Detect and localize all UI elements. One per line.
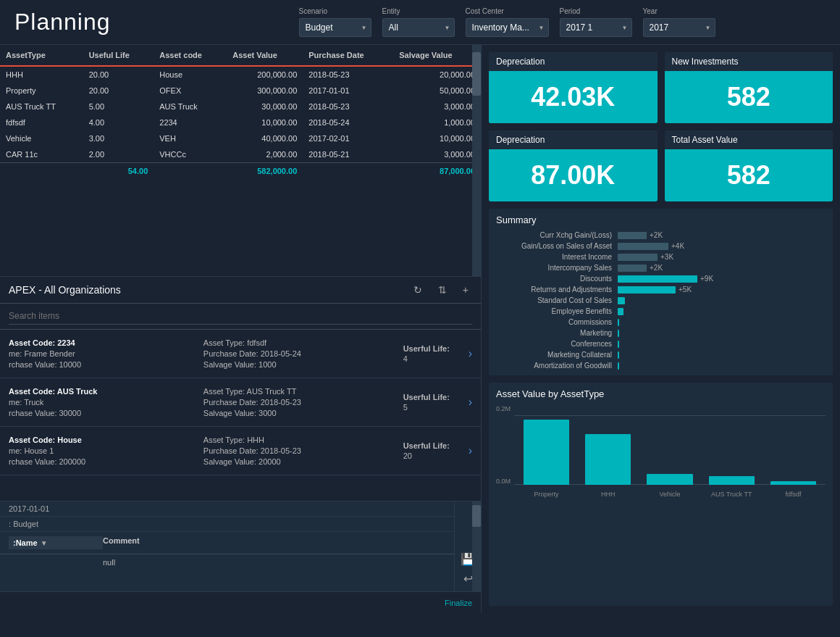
summary-row: Amortization of Goodwill: [496, 362, 826, 370]
kpi-depreciation1-header: Depreciation: [489, 52, 658, 71]
chart-title: Asset Value by AssetType: [496, 388, 826, 399]
org-search: [0, 304, 481, 330]
summary-title: Summary: [496, 215, 826, 225]
table-row[interactable]: CAR 11c2.00VHCCc2,000.002018-05-213,000.…: [0, 146, 481, 163]
summary-item-label: Curr Xchg Gain/(Loss): [496, 231, 612, 239]
summary-item-label: Discounts: [496, 275, 612, 283]
summary-bar: [618, 351, 619, 359]
col-asset-type[interactable]: AssetType: [0, 45, 83, 66]
table-cell: 20.00: [83, 66, 154, 83]
asset-table-header-row: AssetType Useful Life Asset code Asset V…: [0, 45, 481, 66]
summary-bar: [618, 319, 619, 326]
scenario-label: Scenario: [299, 7, 371, 15]
org-panel: APEX - All Organizations ↻ ⇅ + Asset Cod…: [0, 277, 481, 501]
table-cell: AUS Truck TT: [0, 99, 83, 115]
table-row[interactable]: Vehicle3.00VEH40,000.002017-02-0110,000.…: [0, 130, 481, 146]
asset-item-col-left: Asset Code: AUS Truck me: Truck rchase V…: [9, 387, 201, 417]
year-select[interactable]: 2017: [643, 18, 715, 37]
summary-item-value: +3K: [660, 253, 682, 261]
col-asset-value[interactable]: Asset Value: [227, 45, 303, 66]
filters-bar: Scenario Budget Entity All Cost Center I…: [188, 7, 826, 37]
table-cell: 300,000.00: [227, 83, 303, 99]
asset-table-section: AssetType Useful Life Asset code Asset V…: [0, 45, 481, 277]
bottom-scrollbar[interactable]: [472, 501, 481, 591]
kpi-total-asset: Total Asset Value 582: [665, 130, 833, 201]
costcenter-select-wrapper[interactable]: Inventory Ma...: [466, 18, 549, 37]
scenario-select[interactable]: Budget: [299, 18, 371, 37]
table-row[interactable]: AUS Truck TT5.00AUS Truck30,000.002018-0…: [0, 99, 481, 115]
asset-item-col-left: Asset Code: House me: House 1 rchase Val…: [9, 436, 201, 466]
table-cell: OFEX: [154, 83, 227, 99]
table-cell: 4.00: [83, 115, 154, 130]
col-asset-code[interactable]: Asset code: [154, 45, 227, 66]
bar-col: [765, 415, 822, 485]
undo-button[interactable]: ↩: [463, 572, 473, 586]
summary-item-label: Marketing: [496, 329, 612, 337]
summary-row: Intercompany Sales +2K: [496, 264, 826, 272]
asset-item-code: Asset Code: AUS Truck: [9, 387, 201, 396]
entity-select-wrapper[interactable]: All: [382, 18, 455, 37]
scenario-select-wrapper[interactable]: Budget: [299, 18, 371, 37]
col-useful-life[interactable]: Useful Life: [83, 45, 154, 66]
table-cell: 200,000.00: [227, 66, 303, 83]
summary-bar-container: +4K: [618, 242, 826, 250]
period-select-wrapper[interactable]: 2017 1: [560, 18, 632, 37]
list-item[interactable]: Asset Code: House me: House 1 rchase Val…: [0, 427, 481, 475]
add-button[interactable]: +: [459, 283, 472, 297]
bar-col: [518, 415, 575, 485]
entity-filter-group: Entity All: [382, 7, 455, 37]
year-filter-group: Year 2017: [643, 7, 715, 37]
bottom-table-header: :Name ▼ Comment: [0, 532, 454, 554]
table-cell: 2018-05-24: [303, 115, 393, 130]
bar: [524, 420, 569, 485]
asset-items-list: Asset Code: 2234 me: Frame Bender rchase…: [0, 330, 481, 501]
summary-bar-container: [618, 362, 826, 370]
summary-bar-container: [618, 319, 826, 326]
asset-item-info: Asset Code: House me: House 1 rchase Val…: [9, 436, 396, 466]
list-item[interactable]: Asset Code: 2234 me: Frame Bender rchase…: [0, 330, 481, 378]
table-scrollbar[interactable]: [472, 45, 481, 276]
summary-item-label: Standard Cost of Sales: [496, 296, 612, 304]
entity-select[interactable]: All: [382, 18, 455, 37]
table-row[interactable]: HHH20.00House200,000.002018-05-2320,000.…: [0, 66, 481, 83]
costcenter-select[interactable]: Inventory Ma...: [466, 18, 549, 37]
asset-item-col-right: Asset Type: HHH Purchase Date: 2018-05-2…: [203, 436, 396, 466]
asset-item-purchase-date: Purchase Date: 2018-05-24: [203, 349, 396, 358]
asset-table: AssetType Useful Life Asset code Asset V…: [0, 45, 481, 179]
finalize-link[interactable]: Finalize: [445, 599, 472, 607]
col-purchase-date[interactable]: Purchase Date: [303, 45, 393, 66]
bar-chart-labels: PropertyHHHVehicleAUS Truck TTfdfsdf: [518, 491, 822, 498]
table-row[interactable]: Property20.00OFEX300,000.002017-01-0150,…: [0, 83, 481, 99]
period-label: Period: [560, 7, 632, 15]
table-cell: 30,000.00: [227, 99, 303, 115]
summary-row: Conferences: [496, 340, 826, 348]
table-cell: 3.00: [83, 130, 154, 146]
summary-bar: [618, 243, 668, 250]
summary-bar: [618, 275, 697, 283]
bottom-info-scenario: : Budget: [0, 517, 454, 532]
table-cell: 2,000.00: [227, 146, 303, 163]
list-item[interactable]: Asset Code: AUS Truck me: Truck rchase V…: [0, 378, 481, 427]
bar-x-label: Vehicle: [641, 491, 698, 498]
summary-bar-container: [618, 308, 826, 315]
period-select[interactable]: 2017 1: [560, 18, 632, 37]
col-salvage-value[interactable]: Salvage Value: [393, 45, 481, 66]
table-cell: HHH: [0, 66, 83, 83]
org-header: APEX - All Organizations ↻ ⇅ +: [0, 277, 481, 304]
table-row[interactable]: fdfsdf4.00223410,000.002018-05-241,000.0…: [0, 115, 481, 130]
sort-button[interactable]: ⇅: [434, 283, 450, 297]
footer-col5: [303, 163, 393, 180]
refresh-button[interactable]: ↻: [410, 283, 426, 297]
name-filter[interactable]: :Name ▼: [9, 536, 103, 549]
table-cell: 20,000.00: [393, 66, 481, 83]
summary-bar: [618, 362, 619, 370]
left-panel: AssetType Useful Life Asset code Asset V…: [0, 45, 482, 613]
asset-item-name: me: Frame Bender: [9, 349, 201, 358]
table-cell: AUS Truck: [154, 99, 227, 115]
year-select-wrapper[interactable]: 2017: [643, 18, 715, 37]
table-cell: 2017-01-01: [303, 83, 393, 99]
asset-item-code: Asset Code: 2234: [9, 338, 201, 347]
bar-x-label: Property: [518, 491, 575, 498]
asset-item-col-right: Asset Type: fdfsdf Purchase Date: 2018-0…: [203, 338, 396, 369]
search-input[interactable]: [9, 308, 472, 325]
